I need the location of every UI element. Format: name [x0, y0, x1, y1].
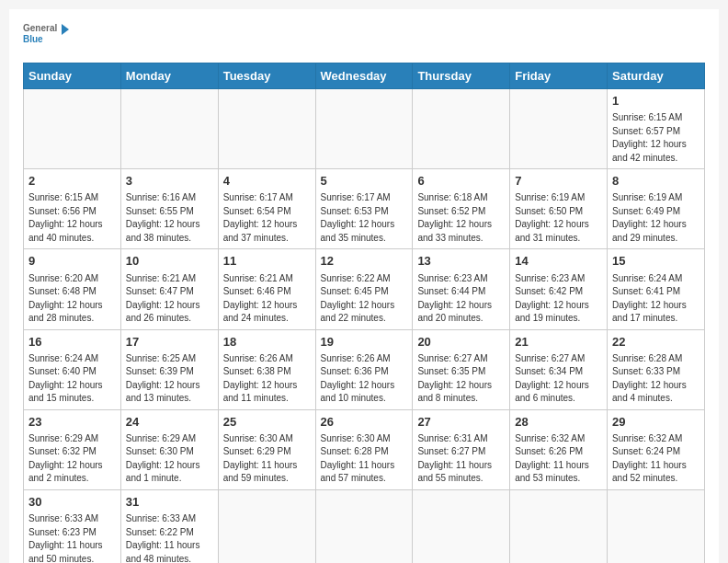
calendar-cell: [218, 489, 315, 563]
day-number: 21: [515, 334, 602, 350]
calendar-cell: 7Sunrise: 6:19 AM Sunset: 6:50 PM Daylig…: [510, 169, 608, 249]
week-row-5: 23Sunrise: 6:29 AM Sunset: 6:32 PM Dayli…: [24, 409, 705, 489]
day-info: Sunrise: 6:32 AM Sunset: 6:26 PM Dayligh…: [515, 432, 602, 486]
calendar-cell: 22Sunrise: 6:28 AM Sunset: 6:33 PM Dayli…: [608, 329, 705, 409]
calendar-cell: [315, 89, 413, 169]
header-saturday: Saturday: [608, 63, 705, 89]
day-info: Sunrise: 6:19 AM Sunset: 6:49 PM Dayligh…: [612, 191, 700, 245]
calendar-cell: 23Sunrise: 6:29 AM Sunset: 6:32 PM Dayli…: [24, 409, 121, 489]
day-info: Sunrise: 6:17 AM Sunset: 6:53 PM Dayligh…: [321, 191, 408, 245]
day-info: Sunrise: 6:16 AM Sunset: 6:55 PM Dayligh…: [126, 191, 213, 245]
calendar-cell: 27Sunrise: 6:31 AM Sunset: 6:27 PM Dayli…: [413, 409, 510, 489]
day-info: Sunrise: 6:27 AM Sunset: 6:34 PM Dayligh…: [515, 352, 602, 406]
calendar-cell: 26Sunrise: 6:30 AM Sunset: 6:28 PM Dayli…: [315, 409, 413, 489]
calendar-header-row: SundayMondayTuesdayWednesdayThursdayFrid…: [24, 63, 705, 89]
day-info: Sunrise: 6:21 AM Sunset: 6:46 PM Dayligh…: [223, 272, 311, 326]
day-number: 20: [417, 334, 505, 350]
week-row-2: 2Sunrise: 6:15 AM Sunset: 6:56 PM Daylig…: [24, 169, 705, 249]
day-number: 28: [515, 414, 602, 431]
svg-text:General: General: [23, 23, 57, 33]
week-row-6: 30Sunrise: 6:33 AM Sunset: 6:23 PM Dayli…: [24, 489, 705, 563]
calendar-cell: [608, 489, 705, 563]
svg-marker-2: [62, 24, 69, 35]
day-number: 19: [321, 334, 408, 350]
calendar-cell: [24, 89, 121, 169]
calendar-cell: [413, 489, 510, 563]
day-info: Sunrise: 6:19 AM Sunset: 6:50 PM Dayligh…: [515, 191, 602, 245]
day-number: 10: [126, 253, 213, 270]
day-number: 13: [417, 253, 505, 270]
calendar-cell: 30Sunrise: 6:33 AM Sunset: 6:23 PM Dayli…: [24, 489, 121, 563]
day-info: Sunrise: 6:29 AM Sunset: 6:30 PM Dayligh…: [126, 432, 213, 486]
calendar-cell: 17Sunrise: 6:25 AM Sunset: 6:39 PM Dayli…: [120, 329, 218, 409]
day-number: 31: [126, 494, 213, 511]
day-number: 4: [223, 173, 311, 190]
day-number: 17: [126, 334, 213, 350]
day-number: 27: [417, 414, 505, 431]
calendar-cell: [120, 89, 218, 169]
day-info: Sunrise: 6:32 AM Sunset: 6:24 PM Dayligh…: [612, 432, 700, 486]
calendar-cell: 19Sunrise: 6:26 AM Sunset: 6:36 PM Dayli…: [315, 329, 413, 409]
page: General Blue SundayMondayTuesdayWednesda…: [9, 9, 719, 563]
day-info: Sunrise: 6:21 AM Sunset: 6:47 PM Dayligh…: [126, 272, 213, 326]
day-info: Sunrise: 6:26 AM Sunset: 6:38 PM Dayligh…: [223, 352, 311, 406]
day-info: Sunrise: 6:26 AM Sunset: 6:36 PM Dayligh…: [321, 352, 408, 406]
day-info: Sunrise: 6:20 AM Sunset: 6:48 PM Dayligh…: [28, 272, 116, 326]
calendar-cell: 29Sunrise: 6:32 AM Sunset: 6:24 PM Dayli…: [608, 409, 705, 489]
week-row-4: 16Sunrise: 6:24 AM Sunset: 6:40 PM Dayli…: [24, 329, 705, 409]
week-row-1: 1Sunrise: 6:15 AM Sunset: 6:57 PM Daylig…: [24, 89, 705, 169]
calendar-cell: [510, 489, 608, 563]
header-monday: Monday: [120, 63, 218, 89]
calendar-cell: 8Sunrise: 6:19 AM Sunset: 6:49 PM Daylig…: [608, 169, 705, 249]
day-number: 9: [28, 253, 116, 270]
calendar-cell: 11Sunrise: 6:21 AM Sunset: 6:46 PM Dayli…: [218, 249, 315, 329]
day-info: Sunrise: 6:30 AM Sunset: 6:29 PM Dayligh…: [223, 432, 311, 486]
day-number: 26: [321, 414, 408, 431]
day-number: 25: [223, 414, 311, 431]
day-number: 29: [612, 414, 700, 431]
day-number: 3: [126, 173, 213, 190]
day-number: 7: [515, 173, 602, 190]
day-info: Sunrise: 6:15 AM Sunset: 6:56 PM Dayligh…: [28, 191, 116, 245]
calendar-cell: 2Sunrise: 6:15 AM Sunset: 6:56 PM Daylig…: [24, 169, 121, 249]
header-sunday: Sunday: [24, 63, 121, 89]
calendar-cell: 25Sunrise: 6:30 AM Sunset: 6:29 PM Dayli…: [218, 409, 315, 489]
calendar-cell: 15Sunrise: 6:24 AM Sunset: 6:41 PM Dayli…: [608, 249, 705, 329]
calendar-cell: [218, 89, 315, 169]
day-number: 1: [612, 93, 700, 109]
day-info: Sunrise: 6:24 AM Sunset: 6:41 PM Dayligh…: [612, 272, 700, 326]
day-info: Sunrise: 6:30 AM Sunset: 6:28 PM Dayligh…: [321, 432, 408, 486]
calendar-cell: 16Sunrise: 6:24 AM Sunset: 6:40 PM Dayli…: [24, 329, 121, 409]
day-number: 22: [612, 334, 700, 350]
calendar-cell: 3Sunrise: 6:16 AM Sunset: 6:55 PM Daylig…: [120, 169, 218, 249]
day-number: 30: [28, 494, 116, 511]
day-info: Sunrise: 6:27 AM Sunset: 6:35 PM Dayligh…: [417, 352, 505, 406]
day-number: 18: [223, 334, 311, 350]
calendar-cell: [413, 89, 510, 169]
header-friday: Friday: [510, 63, 608, 89]
calendar-cell: 14Sunrise: 6:23 AM Sunset: 6:42 PM Dayli…: [510, 249, 608, 329]
day-number: 14: [515, 253, 602, 270]
day-info: Sunrise: 6:31 AM Sunset: 6:27 PM Dayligh…: [417, 432, 505, 486]
calendar-cell: 13Sunrise: 6:23 AM Sunset: 6:44 PM Dayli…: [413, 249, 510, 329]
day-info: Sunrise: 6:28 AM Sunset: 6:33 PM Dayligh…: [612, 352, 700, 406]
header: General Blue: [23, 18, 705, 55]
calendar-cell: 10Sunrise: 6:21 AM Sunset: 6:47 PM Dayli…: [120, 249, 218, 329]
day-number: 24: [126, 414, 213, 431]
svg-text:Blue: Blue: [23, 34, 43, 44]
header-tuesday: Tuesday: [218, 63, 315, 89]
calendar-cell: 4Sunrise: 6:17 AM Sunset: 6:54 PM Daylig…: [218, 169, 315, 249]
calendar-cell: 12Sunrise: 6:22 AM Sunset: 6:45 PM Dayli…: [315, 249, 413, 329]
day-info: Sunrise: 6:33 AM Sunset: 6:23 PM Dayligh…: [28, 512, 116, 563]
calendar-cell: 6Sunrise: 6:18 AM Sunset: 6:52 PM Daylig…: [413, 169, 510, 249]
day-number: 6: [417, 173, 505, 190]
calendar-cell: [510, 89, 608, 169]
day-info: Sunrise: 6:15 AM Sunset: 6:57 PM Dayligh…: [612, 111, 700, 165]
day-info: Sunrise: 6:17 AM Sunset: 6:54 PM Dayligh…: [223, 191, 311, 245]
day-info: Sunrise: 6:18 AM Sunset: 6:52 PM Dayligh…: [417, 191, 505, 245]
week-row-3: 9Sunrise: 6:20 AM Sunset: 6:48 PM Daylig…: [24, 249, 705, 329]
day-info: Sunrise: 6:22 AM Sunset: 6:45 PM Dayligh…: [321, 272, 408, 326]
day-number: 2: [28, 173, 116, 190]
calendar-cell: 31Sunrise: 6:33 AM Sunset: 6:22 PM Dayli…: [120, 489, 218, 563]
header-wednesday: Wednesday: [315, 63, 413, 89]
